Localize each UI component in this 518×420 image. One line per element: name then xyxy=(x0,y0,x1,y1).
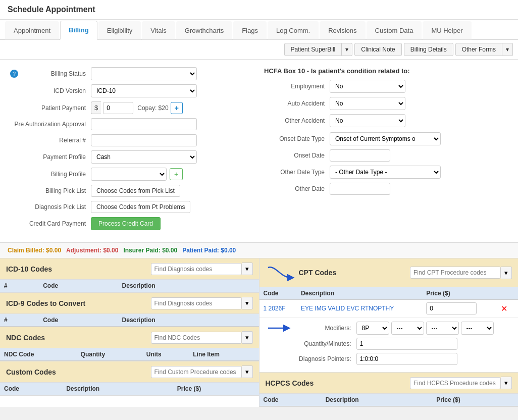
page-wrapper: Schedule Appointment Appointment Billing… xyxy=(0,0,518,407)
payment-profile-select[interactable]: Cash xyxy=(91,150,197,164)
icd9-panel-title: ICD-9 Codes to Convert xyxy=(6,299,85,307)
billing-profile-plus-button[interactable]: + xyxy=(170,168,183,180)
icd9-table-header: # Code Description xyxy=(0,314,259,327)
custom-codes-find-input[interactable] xyxy=(151,366,242,378)
clinical-note-button[interactable]: Clinical Note xyxy=(354,43,401,56)
tabs-bar: Appointment Billing Eligibility Vitals G… xyxy=(0,20,518,40)
other-date-row: Other Date xyxy=(264,183,508,195)
custom-col-code: Code xyxy=(0,383,62,395)
cpt-col-price: Price ($) xyxy=(422,287,495,300)
ndc-col-line: Line Item xyxy=(189,348,258,361)
quantity-input[interactable] xyxy=(356,338,457,350)
cpt-find-wrap: ▾ xyxy=(410,267,512,279)
hcpcs-col-desc: Description xyxy=(322,394,433,406)
billing-picklist-label: Billing Pick List xyxy=(10,187,91,194)
form-right: HCFA Box 10 - Is patient's condition rel… xyxy=(264,67,508,234)
codes-section: ICD-10 Codes ▾ # Code Description xyxy=(0,258,518,407)
custom-codes-find-wrap: ▾ xyxy=(151,365,253,378)
cpt-col-delete xyxy=(495,287,518,300)
other-forms-dropdown[interactable]: ▾ xyxy=(502,43,513,56)
diagnosis-picklist-button[interactable]: Choose Codes from Pt Problems xyxy=(91,201,190,213)
form-left: ? Billing Status ICD Version ICD-10 Pati… xyxy=(10,67,254,234)
icd10-find-button[interactable]: ▾ xyxy=(242,262,253,275)
icd9-col-num: # xyxy=(0,314,39,327)
hcpcs-panel-header: HCPCS Codes ▾ xyxy=(260,373,519,394)
other-accident-label: Other Accident xyxy=(264,117,330,124)
modifier2-select[interactable]: --- xyxy=(391,322,424,335)
cpt-row-desc: EYE IMG VALID EVC RTNOPTHY xyxy=(297,300,422,318)
icd9-panel: ICD-9 Codes to Convert ▾ # Code Descript… xyxy=(0,293,259,327)
billing-picklist-button[interactable]: Choose Codes from Pick List xyxy=(91,185,180,197)
pre-auth-input[interactable] xyxy=(91,118,197,130)
credit-card-label: Credit Card Payment xyxy=(10,220,91,227)
ndc-col-code: NDC Code xyxy=(0,348,77,361)
cpt-price-input[interactable] xyxy=(426,302,477,314)
onset-date-type-select[interactable]: Onset of Current Symptoms o xyxy=(330,132,441,145)
summary-bar: Claim Billed: $0.00 Adjustment: $0.00 In… xyxy=(0,242,518,258)
tab-growthcharts[interactable]: Growthcharts xyxy=(176,21,232,39)
icd-version-select[interactable]: ICD-10 xyxy=(91,84,197,97)
patient-superbill-dropdown[interactable]: ▾ xyxy=(342,43,352,56)
ndc-find-button[interactable]: ▾ xyxy=(242,331,253,344)
billing-profile-select[interactable] xyxy=(91,168,167,181)
employment-label: Employment xyxy=(264,83,330,90)
icd9-find-button[interactable]: ▾ xyxy=(242,297,253,309)
onset-date-input[interactable] xyxy=(330,149,390,162)
tab-log-comm[interactable]: Log Comm. xyxy=(268,21,319,39)
other-date-input[interactable] xyxy=(330,183,390,195)
tab-custom-data[interactable]: Custom Data xyxy=(367,21,422,39)
ndc-table: NDC Code Quantity Units Line Item xyxy=(0,348,259,361)
cpt-find-input[interactable] xyxy=(410,267,501,279)
custom-col-desc: Description xyxy=(62,383,173,395)
diagnosis-pointers-input[interactable] xyxy=(356,353,457,365)
hcpcs-find-button[interactable]: ▾ xyxy=(501,377,512,389)
icd10-find-wrap: ▾ xyxy=(151,262,253,275)
ndc-panel-title: NDC Codes xyxy=(6,334,45,342)
tab-mu-helper[interactable]: MU Helper xyxy=(423,21,471,39)
other-forms-button[interactable]: Other Forms xyxy=(455,43,502,56)
hcpcs-find-input[interactable] xyxy=(410,377,501,389)
patient-payment-input[interactable] xyxy=(103,102,133,114)
other-date-type-select[interactable]: - Other Date Type - xyxy=(330,166,441,179)
tab-flags[interactable]: Flags xyxy=(233,21,267,39)
custom-codes-find-button[interactable]: ▾ xyxy=(242,365,253,378)
tab-eligibility[interactable]: Eligibility xyxy=(98,21,141,39)
icd9-find-input[interactable] xyxy=(151,297,242,309)
copay-plus-button[interactable]: + xyxy=(171,102,183,114)
icd10-find-input[interactable] xyxy=(151,263,242,275)
blue-arrow-icon xyxy=(266,262,296,283)
ndc-find-input[interactable] xyxy=(151,332,242,344)
auto-accident-select[interactable]: No xyxy=(330,97,405,110)
hcpcs-find-wrap: ▾ xyxy=(410,377,512,389)
process-cc-button[interactable]: Process Credit Card xyxy=(91,217,161,230)
cpt-find-button[interactable]: ▾ xyxy=(501,267,512,279)
patient-superbill-button[interactable]: Patient SuperBill xyxy=(284,43,342,56)
tab-revisions[interactable]: Revisions xyxy=(320,21,365,39)
tab-appointment[interactable]: Appointment xyxy=(5,21,59,39)
custom-codes-table: Code Description Price ($) xyxy=(0,383,259,395)
modifier1-select[interactable]: 8P xyxy=(356,322,389,335)
cpt-delete-button[interactable]: ✕ xyxy=(499,304,509,313)
credit-card-row: Credit Card Payment Process Credit Card xyxy=(10,217,254,230)
icd10-col-code: Code xyxy=(39,280,118,292)
modifier3-select[interactable]: --- xyxy=(426,322,459,335)
billing-picklist-row: Billing Pick List Choose Codes from Pick… xyxy=(10,185,254,197)
custom-codes-title: Custom Codes xyxy=(6,368,56,376)
employment-select[interactable]: No xyxy=(330,80,405,93)
referral-input[interactable] xyxy=(91,134,197,146)
referral-label: Referral # xyxy=(10,137,91,144)
icd10-panel-title: ICD-10 Codes xyxy=(6,265,52,273)
billing-details-button[interactable]: Billing Details xyxy=(404,43,453,56)
modifier4-select[interactable]: --- xyxy=(461,322,494,335)
cpt-row-code: 1 2026F xyxy=(260,300,297,318)
tab-billing[interactable]: Billing xyxy=(60,21,97,40)
other-accident-select[interactable]: No xyxy=(330,114,405,127)
tab-vitals[interactable]: Vitals xyxy=(142,21,175,39)
cpt-code-link[interactable]: 1 2026F xyxy=(264,305,286,312)
auto-accident-row: Auto Accident No xyxy=(264,97,508,110)
billing-status-help-icon[interactable]: ? xyxy=(10,70,18,78)
billing-status-select[interactable] xyxy=(91,67,197,80)
billing-form-section: ? Billing Status ICD Version ICD-10 Pati… xyxy=(0,60,518,242)
cpt-code-desc: EYE IMG VALID EVC RTNOPTHY xyxy=(301,305,394,312)
icd10-col-num: # xyxy=(0,280,39,292)
